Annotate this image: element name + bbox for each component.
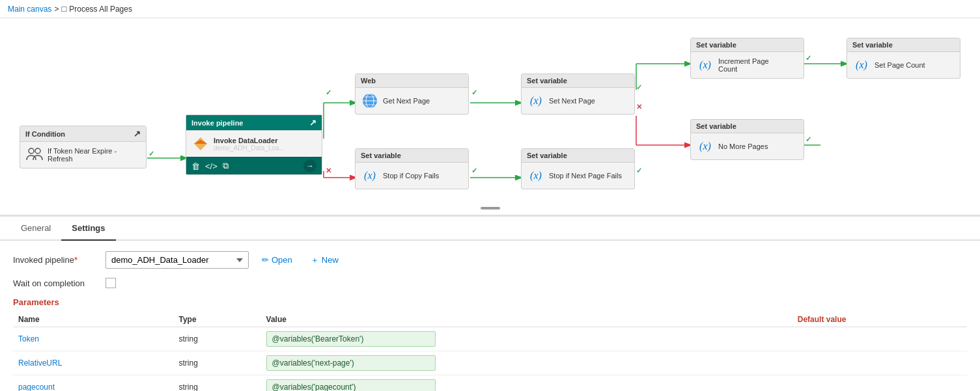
col-default-header: Default value xyxy=(792,312,967,327)
breadcrumb-current: Process All Pages xyxy=(69,5,132,14)
edge-check-5: ✓ xyxy=(471,167,477,175)
tab-settings[interactable]: Settings xyxy=(61,217,115,241)
breadcrumb: Main canvas > □ Process All Pages xyxy=(0,0,980,18)
param-value xyxy=(261,327,792,351)
param-value-input[interactable] xyxy=(266,379,436,391)
variable-icon-1: (x) xyxy=(527,92,545,110)
node-set-next-page-title: Set variable xyxy=(522,74,634,88)
node-if-condition-body: If Token Near Expire - Refresh xyxy=(20,142,146,168)
copy-icon[interactable]: ⧉ xyxy=(223,161,229,171)
svg-point-13 xyxy=(29,148,34,154)
if-condition-icon xyxy=(25,146,44,164)
node-increment-body: (x) Increment Page Count xyxy=(691,52,804,78)
node-if-condition-title: If Condition ↗ xyxy=(20,126,146,142)
node-web[interactable]: Web Get Next Page xyxy=(355,74,469,115)
node-increment-page[interactable]: Set variable (x) Increment Page Count xyxy=(690,38,804,79)
wait-checkbox[interactable] xyxy=(105,278,116,288)
node-set-page-count-text: Set Page Count xyxy=(875,61,925,69)
param-type: string xyxy=(174,351,261,375)
node-stop-copy-title: Set variable xyxy=(356,149,468,163)
col-value-header: Value xyxy=(261,312,792,327)
wait-completion-row: Wait on completion xyxy=(13,278,967,288)
canvas-area: If Condition ↗ If Token Near Expire - Re… xyxy=(0,18,980,217)
invoked-pipeline-row: Invoked pipeline* demo_ADH_Data_Loader ✏… xyxy=(13,251,967,269)
node-stop-copy-text: Stop if Copy Fails xyxy=(383,172,439,180)
param-value-input[interactable] xyxy=(266,331,436,347)
panel-content: Invoked pipeline* demo_ADH_Data_Loader ✏… xyxy=(0,241,980,391)
param-default xyxy=(792,351,967,375)
node-no-more-pages-body: (x) No More Pages xyxy=(691,133,804,159)
node-stop-copy[interactable]: Set variable (x) Stop if Copy Fails xyxy=(355,148,469,189)
delete-icon[interactable]: 🗑 xyxy=(191,161,200,171)
tab-general[interactable]: General xyxy=(10,217,61,241)
bottom-panel: General Settings Invoked pipeline* demo_… xyxy=(0,217,980,391)
node-invoke-pipeline[interactable]: Invoke pipeline ↗ Invoke DataLoader demo… xyxy=(186,115,322,175)
svg-point-14 xyxy=(35,148,40,154)
node-invoke-title: Invoke pipeline ↗ xyxy=(186,115,322,131)
table-row: pagecount string xyxy=(13,375,967,392)
node-invoke-text: Invoke DataLoader demo_ADH_Data_Loa... xyxy=(214,137,285,152)
variable-icon-6: (x) xyxy=(696,137,714,155)
param-type: string xyxy=(174,327,261,351)
edge-check-2: ✓ xyxy=(326,88,331,97)
edge-check-8: ✓ xyxy=(805,135,811,144)
node-set-page-count[interactable]: Set variable (x) Set Page Count xyxy=(847,38,960,79)
node-web-body: Get Next Page xyxy=(356,88,468,114)
node-stop-copy-body: (x) Stop if Copy Fails xyxy=(356,163,468,189)
param-value-input[interactable] xyxy=(266,355,436,371)
col-name-header: Name xyxy=(13,312,174,327)
scroll-indicator xyxy=(481,207,500,209)
parameters-table: Name Type Value Default value Token stri… xyxy=(13,312,967,391)
edge-cross-2: ✕ xyxy=(636,103,642,111)
node-stop-next-page-body: (x) Stop if Next Page Fails xyxy=(522,163,634,189)
node-invoke-body: Invoke DataLoader demo_ADH_Data_Loa... xyxy=(186,131,322,157)
node-set-next-page[interactable]: Set variable (x) Set Next Page xyxy=(521,74,635,115)
param-default xyxy=(792,327,967,351)
col-type-header: Type xyxy=(174,312,261,327)
wait-label: Wait on completion xyxy=(13,278,98,288)
edge-check-1: ✓ xyxy=(148,150,154,158)
variable-icon-2: (x) xyxy=(361,167,379,185)
edge-check-6: ✓ xyxy=(636,167,642,175)
parameters-title: Parameters xyxy=(13,297,967,307)
invoked-pipeline-label: Invoked pipeline* xyxy=(13,255,98,265)
open-button[interactable]: ✏ Open xyxy=(257,252,298,267)
variable-icon-5: (x) xyxy=(852,56,871,74)
param-name: RelativeURL xyxy=(13,351,174,375)
node-web-text: Get Next Page xyxy=(383,97,430,105)
new-button[interactable]: ＋ New xyxy=(305,252,344,269)
arrows-svg xyxy=(0,18,980,215)
node-web-title: Web xyxy=(356,74,468,88)
variable-icon-3: (x) xyxy=(527,167,545,185)
param-type: string xyxy=(174,375,261,392)
web-globe-icon xyxy=(361,92,379,110)
node-invoke-toolbar: 🗑 </> ⧉ → xyxy=(186,157,322,174)
node-set-page-count-body: (x) Set Page Count xyxy=(847,52,960,78)
code-icon[interactable]: </> xyxy=(205,161,217,171)
node-increment-title: Set variable xyxy=(691,38,804,52)
param-name: Token xyxy=(13,327,174,351)
node-increment-text: Increment Page Count xyxy=(718,57,769,73)
table-row: RelativeURL string xyxy=(13,351,967,375)
node-no-more-pages[interactable]: Set variable (x) No More Pages xyxy=(690,119,804,160)
param-value xyxy=(261,375,792,392)
breadcrumb-separator: > xyxy=(54,5,59,14)
node-stop-next-page[interactable]: Set variable (x) Stop if Next Page Fails xyxy=(521,148,635,189)
variable-icon-4: (x) xyxy=(696,56,714,74)
invoked-pipeline-select[interactable]: demo_ADH_Data_Loader xyxy=(105,251,249,269)
edge-check-7: ✓ xyxy=(805,54,811,62)
node-no-more-pages-title: Set variable xyxy=(691,120,804,133)
arrow-right-icon[interactable]: → xyxy=(303,159,316,172)
node-set-next-page-text: Set Next Page xyxy=(549,97,595,105)
pencil-icon: ✏ xyxy=(262,255,269,265)
param-value xyxy=(261,351,792,375)
param-name: pagecount xyxy=(13,375,174,392)
param-default xyxy=(792,375,967,392)
edge-check-3: ✓ xyxy=(471,88,477,97)
breadcrumb-parent[interactable]: Main canvas xyxy=(8,5,51,14)
node-no-more-pages-text: No More Pages xyxy=(718,142,768,150)
node-set-next-page-body: (x) Set Next Page xyxy=(522,88,634,114)
tabs: General Settings xyxy=(0,217,980,241)
node-if-condition[interactable]: If Condition ↗ If Token Near Expire - Re… xyxy=(20,126,147,169)
table-row: Token string xyxy=(13,327,967,351)
